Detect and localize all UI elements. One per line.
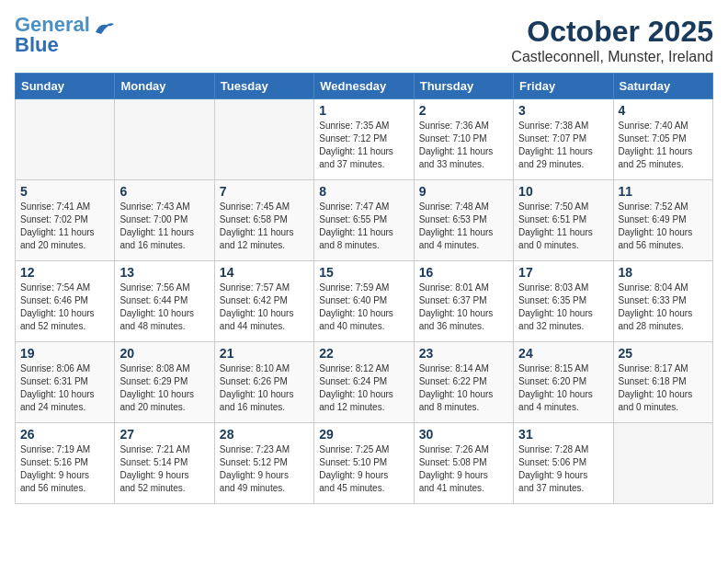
calendar-cell: 11Sunrise: 7:52 AM Sunset: 6:49 PM Dayli… (613, 180, 712, 261)
calendar-cell: 19Sunrise: 8:06 AM Sunset: 6:31 PM Dayli… (16, 342, 115, 423)
day-number: 26 (20, 427, 109, 442)
day-info: Sunrise: 7:38 AM Sunset: 7:07 PM Dayligh… (518, 120, 608, 171)
subtitle: Castleconnell, Munster, Ireland (511, 49, 713, 65)
logo-blue: Blue (15, 33, 59, 56)
day-info: Sunrise: 7:25 AM Sunset: 5:10 PM Dayligh… (319, 443, 408, 495)
day-info: Sunrise: 7:21 AM Sunset: 5:14 PM Dayligh… (119, 443, 209, 495)
day-number: 13 (119, 265, 209, 280)
calendar-cell: 6Sunrise: 7:43 AM Sunset: 7:00 PM Daylig… (115, 180, 214, 261)
day-number: 17 (518, 265, 608, 280)
day-info: Sunrise: 7:59 AM Sunset: 6:40 PM Dayligh… (319, 282, 408, 333)
calendar-cell: 21Sunrise: 8:10 AM Sunset: 6:26 PM Dayli… (214, 342, 313, 423)
day-info: Sunrise: 8:15 AM Sunset: 6:20 PM Dayligh… (518, 362, 608, 414)
day-number: 27 (119, 427, 209, 442)
day-info: Sunrise: 7:36 AM Sunset: 7:10 PM Dayligh… (419, 120, 508, 171)
calendar-cell (115, 99, 214, 180)
logo-bird-icon (94, 21, 114, 40)
day-number: 16 (419, 265, 508, 280)
day-info: Sunrise: 7:54 AM Sunset: 6:46 PM Dayligh… (20, 282, 109, 333)
calendar-cell (16, 99, 115, 180)
day-number: 22 (319, 346, 408, 361)
week-row-5: 26Sunrise: 7:19 AM Sunset: 5:16 PM Dayli… (16, 423, 713, 504)
weekday-header-row: SundayMondayTuesdayWednesdayThursdayFrid… (16, 74, 713, 99)
day-number: 6 (119, 184, 209, 199)
calendar-cell: 18Sunrise: 8:04 AM Sunset: 6:33 PM Dayli… (613, 261, 712, 342)
calendar-cell: 28Sunrise: 7:23 AM Sunset: 5:12 PM Dayli… (214, 423, 313, 504)
day-number: 28 (220, 427, 309, 442)
day-info: Sunrise: 7:19 AM Sunset: 5:16 PM Dayligh… (20, 443, 109, 495)
main-title: October 2025 (511, 15, 713, 49)
day-number: 14 (220, 265, 309, 280)
calendar-cell: 25Sunrise: 8:17 AM Sunset: 6:18 PM Dayli… (613, 342, 712, 423)
day-info: Sunrise: 8:03 AM Sunset: 6:35 PM Dayligh… (518, 282, 608, 333)
day-number: 23 (419, 346, 508, 361)
day-number: 19 (20, 346, 109, 361)
day-number: 20 (119, 346, 209, 361)
title-block: October 2025 Castleconnell, Munster, Ire… (511, 15, 713, 65)
day-number: 4 (619, 103, 708, 118)
day-number: 15 (319, 265, 408, 280)
day-info: Sunrise: 8:08 AM Sunset: 6:29 PM Dayligh… (119, 362, 209, 414)
calendar-cell: 5Sunrise: 7:41 AM Sunset: 7:02 PM Daylig… (16, 180, 115, 261)
logo-text: General Blue (15, 15, 90, 55)
day-number: 25 (619, 346, 708, 361)
calendar-cell: 12Sunrise: 7:54 AM Sunset: 6:46 PM Dayli… (16, 261, 115, 342)
week-row-4: 19Sunrise: 8:06 AM Sunset: 6:31 PM Dayli… (16, 342, 713, 423)
day-info: Sunrise: 8:10 AM Sunset: 6:26 PM Dayligh… (220, 362, 309, 414)
calendar-cell: 9Sunrise: 7:48 AM Sunset: 6:53 PM Daylig… (414, 180, 513, 261)
calendar-cell: 7Sunrise: 7:45 AM Sunset: 6:58 PM Daylig… (214, 180, 313, 261)
day-number: 11 (619, 184, 708, 199)
calendar-cell: 13Sunrise: 7:56 AM Sunset: 6:44 PM Dayli… (115, 261, 214, 342)
calendar-cell: 10Sunrise: 7:50 AM Sunset: 6:51 PM Dayli… (514, 180, 613, 261)
week-row-3: 12Sunrise: 7:54 AM Sunset: 6:46 PM Dayli… (16, 261, 713, 342)
day-info: Sunrise: 7:40 AM Sunset: 7:05 PM Dayligh… (619, 120, 708, 171)
calendar-cell (214, 99, 313, 180)
day-number: 1 (319, 103, 408, 118)
day-info: Sunrise: 7:45 AM Sunset: 6:58 PM Dayligh… (220, 201, 309, 252)
day-info: Sunrise: 8:06 AM Sunset: 6:31 PM Dayligh… (20, 362, 109, 414)
calendar-cell: 16Sunrise: 8:01 AM Sunset: 6:37 PM Dayli… (414, 261, 513, 342)
calendar-cell: 3Sunrise: 7:38 AM Sunset: 7:07 PM Daylig… (514, 99, 613, 180)
day-info: Sunrise: 7:35 AM Sunset: 7:12 PM Dayligh… (319, 120, 408, 171)
calendar-cell: 23Sunrise: 8:14 AM Sunset: 6:22 PM Dayli… (414, 342, 513, 423)
day-info: Sunrise: 7:56 AM Sunset: 6:44 PM Dayligh… (119, 282, 209, 333)
weekday-header-friday: Friday (514, 74, 613, 99)
day-number: 2 (419, 103, 508, 118)
day-number: 5 (20, 184, 109, 199)
day-info: Sunrise: 7:43 AM Sunset: 7:00 PM Dayligh… (119, 201, 209, 252)
calendar-cell: 4Sunrise: 7:40 AM Sunset: 7:05 PM Daylig… (613, 99, 712, 180)
day-info: Sunrise: 7:26 AM Sunset: 5:08 PM Dayligh… (419, 443, 508, 495)
calendar-cell: 2Sunrise: 7:36 AM Sunset: 7:10 PM Daylig… (414, 99, 513, 180)
day-info: Sunrise: 7:47 AM Sunset: 6:55 PM Dayligh… (319, 201, 408, 252)
weekday-header-tuesday: Tuesday (214, 74, 313, 99)
weekday-header-wednesday: Wednesday (314, 74, 414, 99)
weekday-header-monday: Monday (115, 74, 214, 99)
calendar-cell: 17Sunrise: 8:03 AM Sunset: 6:35 PM Dayli… (514, 261, 613, 342)
day-info: Sunrise: 8:17 AM Sunset: 6:18 PM Dayligh… (619, 362, 708, 414)
day-info: Sunrise: 7:23 AM Sunset: 5:12 PM Dayligh… (220, 443, 309, 495)
day-info: Sunrise: 7:52 AM Sunset: 6:49 PM Dayligh… (619, 201, 708, 252)
day-info: Sunrise: 7:48 AM Sunset: 6:53 PM Dayligh… (419, 201, 508, 252)
calendar-cell: 22Sunrise: 8:12 AM Sunset: 6:24 PM Dayli… (314, 342, 414, 423)
day-number: 3 (518, 103, 608, 118)
page-header: General Blue October 2025 Castleconnell,… (15, 15, 713, 65)
day-info: Sunrise: 7:57 AM Sunset: 6:42 PM Dayligh… (220, 282, 309, 333)
calendar-cell: 26Sunrise: 7:19 AM Sunset: 5:16 PM Dayli… (16, 423, 115, 504)
logo: General Blue (15, 15, 114, 55)
weekday-header-thursday: Thursday (414, 74, 513, 99)
calendar-cell: 27Sunrise: 7:21 AM Sunset: 5:14 PM Dayli… (115, 423, 214, 504)
day-number: 9 (419, 184, 508, 199)
day-info: Sunrise: 7:41 AM Sunset: 7:02 PM Dayligh… (20, 201, 109, 252)
calendar-table: SundayMondayTuesdayWednesdayThursdayFrid… (15, 73, 713, 504)
calendar-cell: 8Sunrise: 7:47 AM Sunset: 6:55 PM Daylig… (314, 180, 414, 261)
day-info: Sunrise: 8:12 AM Sunset: 6:24 PM Dayligh… (319, 362, 408, 414)
calendar-cell: 15Sunrise: 7:59 AM Sunset: 6:40 PM Dayli… (314, 261, 414, 342)
day-info: Sunrise: 8:14 AM Sunset: 6:22 PM Dayligh… (419, 362, 508, 414)
day-number: 12 (20, 265, 109, 280)
calendar-cell: 24Sunrise: 8:15 AM Sunset: 6:20 PM Dayli… (514, 342, 613, 423)
calendar-cell: 1Sunrise: 7:35 AM Sunset: 7:12 PM Daylig… (314, 99, 414, 180)
day-number: 21 (220, 346, 309, 361)
day-number: 18 (619, 265, 708, 280)
calendar-cell: 14Sunrise: 7:57 AM Sunset: 6:42 PM Dayli… (214, 261, 313, 342)
day-number: 24 (518, 346, 608, 361)
